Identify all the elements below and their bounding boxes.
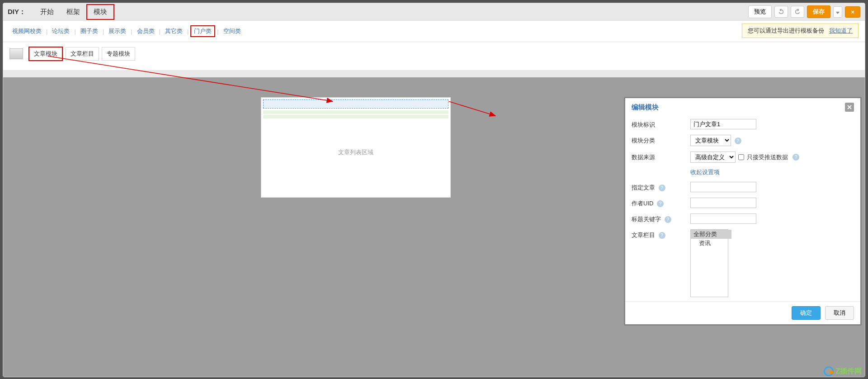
main-toolbar: DIY： 开始 框架 模块 预览 保存 ×: [3, 3, 865, 20]
watermark-icon: [824, 366, 834, 376]
listbox-article-column[interactable]: 全部分类 资讯: [690, 229, 728, 297]
cat-other[interactable]: 其它类: [162, 26, 185, 36]
dialog-title: 编辑模块: [632, 103, 659, 112]
dialog-close-button[interactable]: [845, 103, 854, 112]
tab-frame[interactable]: 框架: [60, 5, 86, 19]
label-module-cat: 模块分类: [632, 135, 690, 145]
backup-tip-link[interactable]: 我知道了: [829, 27, 853, 34]
preview-button[interactable]: 预览: [748, 5, 772, 18]
redo-icon: [794, 9, 801, 15]
backup-tip: 您可以通过导出进行模板备份 我知道了: [742, 24, 859, 38]
edit-module-dialog: 编辑模块 模块标识 模块分类 文章模块 ? 数据来源 高级自定义: [624, 97, 862, 326]
cat-member[interactable]: 会员类: [134, 26, 157, 36]
help-icon[interactable]: ?: [665, 216, 671, 223]
collapse-settings-link[interactable]: 收起设置项: [690, 169, 720, 175]
cat-video-school[interactable]: 视频网校类: [9, 26, 44, 36]
help-icon[interactable]: ?: [735, 137, 741, 144]
drop-bar-2: [263, 115, 448, 118]
help-icon[interactable]: ?: [659, 185, 665, 191]
backup-tip-text: 您可以通过导出进行模板备份: [748, 27, 824, 34]
cat-forum[interactable]: 论坛类: [49, 26, 72, 36]
close-button[interactable]: ×: [845, 6, 860, 18]
drop-header-placeholder[interactable]: [263, 99, 448, 109]
checkbox-push-only[interactable]: [738, 154, 744, 160]
watermark: Z插件网: [824, 366, 862, 376]
redo-button[interactable]: [791, 6, 804, 18]
watermark-text: Z插件网: [835, 367, 862, 376]
chevron-down-icon: [836, 12, 840, 14]
label-module-id: 模块标识: [632, 119, 690, 129]
help-icon[interactable]: ?: [657, 200, 664, 207]
save-button[interactable]: 保存: [807, 5, 830, 18]
dialog-footer: 确定 取消: [625, 301, 860, 324]
input-specify-article[interactable]: [690, 182, 756, 192]
input-module-id[interactable]: [690, 119, 756, 129]
close-icon: [847, 105, 852, 109]
toolbar-right: 预览 保存 ×: [748, 5, 860, 18]
cat-space[interactable]: 空间类: [221, 26, 244, 36]
submodule-row: 文章模块 文章栏目 专题模块: [3, 42, 865, 70]
label-author-uid: 作者UID ?: [632, 198, 690, 208]
dialog-header: 编辑模块: [625, 98, 860, 116]
submodule-article-column[interactable]: 文章栏目: [66, 47, 99, 61]
dialog-ok-button[interactable]: 确定: [792, 306, 821, 320]
input-title-keyword[interactable]: [690, 213, 756, 224]
dialog-body: 模块标识 模块分类 文章模块 ? 数据来源 高级自定义 只接受推送数据 ?: [625, 116, 860, 301]
label-data-source: 数据来源: [632, 152, 690, 161]
select-module-cat[interactable]: 文章模块: [690, 135, 731, 146]
select-data-source[interactable]: 高级自定义: [690, 152, 736, 163]
dialog-cancel-button[interactable]: 取消: [825, 306, 854, 320]
cat-display[interactable]: 展示类: [106, 26, 129, 36]
label-specify-article: 指定文章 ?: [632, 182, 690, 192]
submodule-article[interactable]: 文章模块: [28, 47, 63, 61]
submodule-special[interactable]: 专题模块: [102, 47, 135, 61]
tab-start[interactable]: 开始: [34, 5, 60, 19]
category-bar: 视频网校类| 论坛类| 圈子类| 展示类| 会员类| 其它类| 门户类| 空间类…: [3, 20, 865, 42]
diy-label: DIY：: [8, 8, 26, 16]
help-icon[interactable]: ?: [659, 232, 665, 239]
input-author-uid[interactable]: [690, 198, 756, 208]
module-type-icon: [9, 48, 23, 59]
drop-region[interactable]: 文章列表区域: [261, 97, 451, 198]
listbox-option-all[interactable]: 全部分类: [691, 230, 731, 239]
listbox-option-news[interactable]: 资讯: [691, 239, 728, 248]
tab-module[interactable]: 模块: [86, 4, 114, 20]
drop-body-label: 文章列表区域: [261, 119, 450, 197]
save-dropdown[interactable]: [833, 6, 842, 18]
drop-bar-1: [263, 110, 448, 114]
cat-portal[interactable]: 门户类: [190, 25, 215, 37]
undo-icon: [778, 9, 784, 15]
label-title-keyword: 标题关键字 ?: [632, 213, 690, 223]
help-icon[interactable]: ?: [793, 154, 799, 161]
checkbox-push-only-label: 只接受推送数据: [747, 153, 788, 161]
label-article-column: 文章栏目 ?: [632, 229, 690, 239]
undo-button[interactable]: [774, 6, 788, 18]
cat-circle[interactable]: 圈子类: [78, 26, 101, 36]
